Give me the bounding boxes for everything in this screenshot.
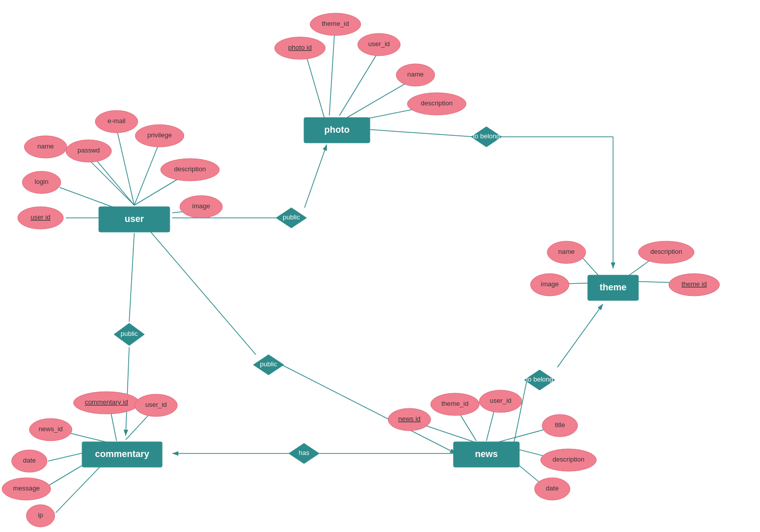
attr-news-date-label: date bbox=[546, 484, 558, 492]
svg-line-12 bbox=[557, 304, 603, 367]
svg-line-17 bbox=[134, 142, 160, 205]
attr-user-userid-label: user id bbox=[30, 213, 50, 221]
svg-line-24 bbox=[339, 53, 377, 116]
relation-tobelong1-label: to belong bbox=[473, 132, 500, 140]
attr-photo-name-label: name bbox=[407, 70, 424, 78]
attr-theme-name-label: name bbox=[558, 248, 575, 255]
entity-photo-label: photo bbox=[324, 125, 350, 135]
attr-news-description-label: description bbox=[553, 455, 585, 463]
svg-line-22 bbox=[307, 57, 324, 118]
attr-user-name-label: name bbox=[37, 142, 54, 150]
attr-user-privilege-label: privilege bbox=[147, 131, 172, 139]
svg-line-2 bbox=[305, 144, 327, 208]
entity-user-label: user bbox=[125, 214, 144, 224]
relation-tobelong2-label: to belong bbox=[526, 375, 553, 383]
attr-user-passwd-label: passwd bbox=[78, 146, 100, 154]
attr-news-title-label: title bbox=[555, 421, 565, 429]
attr-user-image-label: image bbox=[192, 202, 210, 210]
attr-news-newsid-label: news id bbox=[398, 415, 421, 423]
svg-line-14 bbox=[89, 160, 134, 205]
entity-news-label: news bbox=[475, 449, 498, 459]
attr-user-email-label: e-mail bbox=[107, 117, 126, 125]
attr-commentary-ip-label: ip bbox=[38, 511, 43, 519]
er-diagram: user photo commentary news theme public … bbox=[0, 0, 760, 532]
svg-line-23 bbox=[329, 34, 334, 116]
svg-line-4 bbox=[126, 347, 129, 436]
relation-public2-label: public bbox=[121, 330, 138, 337]
svg-line-5 bbox=[149, 231, 256, 355]
relation-public3-label: public bbox=[260, 360, 277, 368]
attr-commentary-id-label: commentary id bbox=[85, 398, 128, 406]
attr-commentary-date-label: date bbox=[23, 457, 35, 464]
attr-user-login-label: login bbox=[34, 178, 48, 185]
svg-line-39 bbox=[582, 257, 600, 278]
svg-line-27 bbox=[110, 410, 117, 441]
attr-user-description-label: description bbox=[174, 165, 206, 173]
attr-photo-themeid-label: theme_id bbox=[322, 20, 349, 27]
relation-has-label: has bbox=[299, 449, 310, 457]
relation-public1-label: public bbox=[283, 213, 300, 221]
svg-line-16 bbox=[94, 157, 134, 205]
svg-line-3 bbox=[129, 233, 134, 322]
attr-theme-themeid-label: theme id bbox=[681, 280, 707, 288]
attr-commentary-userid-label: user_id bbox=[145, 401, 167, 408]
attr-theme-image-label: image bbox=[541, 280, 558, 288]
svg-line-9 bbox=[365, 129, 474, 137]
attr-theme-description-label: description bbox=[651, 248, 682, 255]
attr-commentary-message-label: message bbox=[13, 484, 40, 492]
entity-commentary-label: commentary bbox=[95, 449, 149, 459]
entity-theme-label: theme bbox=[599, 282, 626, 292]
svg-line-15 bbox=[118, 133, 134, 205]
attr-news-userid-label: user_id bbox=[490, 397, 512, 404]
attr-photo-photoid-label: photo id bbox=[288, 44, 312, 51]
attr-photo-description-label: description bbox=[421, 99, 453, 107]
attr-news-themeid-label: theme_id bbox=[441, 400, 468, 407]
attr-commentary-newsid-label: news_id bbox=[39, 425, 63, 433]
svg-line-6 bbox=[282, 365, 456, 453]
attr-photo-userid-label: user_id bbox=[368, 40, 390, 48]
